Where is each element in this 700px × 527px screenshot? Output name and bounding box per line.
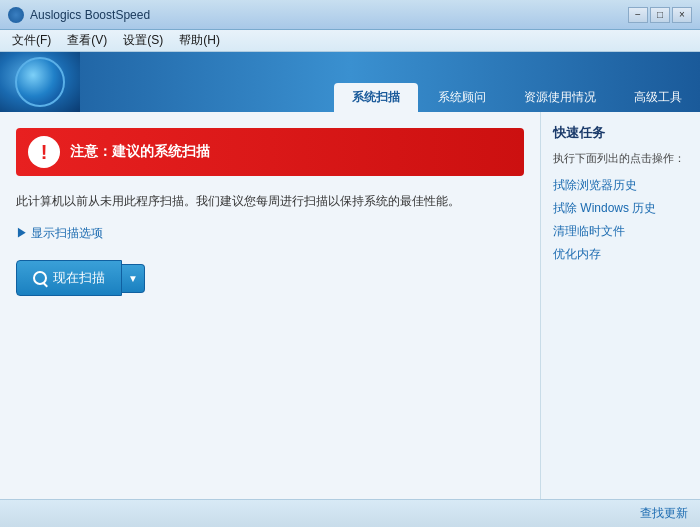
- title-text: Auslogics BoostSpeed: [30, 8, 628, 22]
- scan-icon: [33, 271, 47, 285]
- alert-title: 注意：建议的系统扫描: [70, 143, 210, 161]
- header: 系统扫描 系统顾问 资源使用情况 高级工具: [0, 52, 700, 112]
- content-area: ! 注意：建议的系统扫描 此计算机以前从未用此程序扫描。我们建议您每周进行扫描以…: [0, 112, 700, 499]
- scan-btn-label: 现在扫描: [53, 269, 105, 287]
- quick-link-browser-history[interactable]: 拭除浏览器历史: [553, 177, 688, 194]
- menu-view[interactable]: 查看(V): [59, 30, 115, 51]
- scan-now-button[interactable]: 现在扫描: [16, 260, 122, 296]
- left-panel: ! 注意：建议的系统扫描 此计算机以前从未用此程序扫描。我们建议您每周进行扫描以…: [0, 112, 540, 499]
- quick-link-optimize-memory[interactable]: 优化内存: [553, 246, 688, 263]
- tab-advanced-tools[interactable]: 高级工具: [616, 83, 700, 112]
- quick-tasks-desc: 执行下面列出的点击操作：: [553, 150, 688, 167]
- logo-area: [0, 52, 80, 112]
- scan-button-container: 现在扫描 ▼: [16, 260, 524, 296]
- tab-system-advisor[interactable]: 系统顾问: [420, 83, 504, 112]
- title-bar: Auslogics BoostSpeed − □ ×: [0, 0, 700, 30]
- footer: 查找更新: [0, 499, 700, 527]
- menu-settings[interactable]: 设置(S): [115, 30, 171, 51]
- maximize-button[interactable]: □: [650, 7, 670, 23]
- menu-file[interactable]: 文件(F): [4, 30, 59, 51]
- minimize-button[interactable]: −: [628, 7, 648, 23]
- show-options-link[interactable]: ▶ 显示扫描选项: [16, 225, 524, 242]
- description-text: 此计算机以前从未用此程序扫描。我们建议您每周进行扫描以保持系统的最佳性能。: [16, 192, 524, 211]
- quick-link-temp-files[interactable]: 清理临时文件: [553, 223, 688, 240]
- right-panel: 快速任务 执行下面列出的点击操作： 拭除浏览器历史 拭除 Windows 历史 …: [540, 112, 700, 499]
- quick-link-windows-history[interactable]: 拭除 Windows 历史: [553, 200, 688, 217]
- scan-dropdown-button[interactable]: ▼: [122, 264, 145, 293]
- close-button[interactable]: ×: [672, 7, 692, 23]
- main-container: 系统扫描 系统顾问 资源使用情况 高级工具 ! 注意：建议的系统扫描 此计算机以…: [0, 52, 700, 527]
- menu-bar: 文件(F) 查看(V) 设置(S) 帮助(H): [0, 30, 700, 52]
- warning-icon: !: [41, 141, 48, 164]
- tab-resource-usage[interactable]: 资源使用情况: [506, 83, 614, 112]
- menu-help[interactable]: 帮助(H): [171, 30, 228, 51]
- quick-tasks-title: 快速任务: [553, 124, 688, 142]
- tab-bar: 系统扫描 系统顾问 资源使用情况 高级工具: [332, 83, 700, 112]
- check-update-link[interactable]: 查找更新: [640, 505, 688, 522]
- alert-banner: ! 注意：建议的系统扫描: [16, 128, 524, 176]
- tab-system-scan[interactable]: 系统扫描: [334, 83, 418, 112]
- logo-globe: [15, 57, 65, 107]
- alert-icon-container: !: [28, 136, 60, 168]
- window-controls: − □ ×: [628, 7, 692, 23]
- app-icon: [8, 7, 24, 23]
